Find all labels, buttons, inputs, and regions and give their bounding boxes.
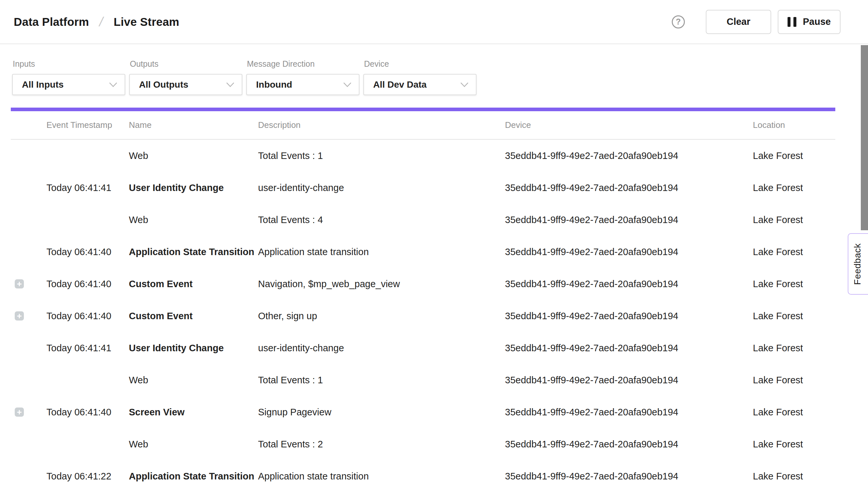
column-header-location: Location <box>753 120 835 130</box>
cell-location: Lake Forest <box>753 311 835 322</box>
filter-outputs: Outputs All Outputs <box>129 59 242 95</box>
device-dropdown-value: All Dev Data <box>373 80 427 90</box>
cell-device: 35eddb41-9ff9-49e2-7aed-20afa90eb194 <box>505 150 753 161</box>
expand-cell <box>11 439 46 449</box>
chevron-down-icon <box>460 82 469 87</box>
cell-name: Application State Transition <box>129 247 258 257</box>
expand-cell: + <box>11 407 46 417</box>
filter-inputs-label: Inputs <box>13 59 125 69</box>
table-row: Web Total Events : 1 35eddb41-9ff9-49e2-… <box>11 364 835 396</box>
outputs-dropdown-value: All Outputs <box>139 80 188 90</box>
expand-cell: + <box>11 279 46 288</box>
cell-description: Signup Pageview <box>258 407 505 418</box>
outputs-dropdown[interactable]: All Outputs <box>129 74 242 95</box>
breadcrumb-live-stream: Live Stream <box>114 16 179 28</box>
column-header-name: Name <box>129 120 258 130</box>
column-header-device: Device <box>505 120 753 130</box>
vertical-scrollbar-thumb[interactable] <box>861 45 868 230</box>
expand-cell: + <box>11 311 46 321</box>
cell-device: 35eddb41-9ff9-49e2-7aed-20afa90eb194 <box>505 471 753 482</box>
cell-name: User Identity Change <box>129 182 258 193</box>
cell-name: Web <box>129 439 258 450</box>
message-direction-dropdown[interactable]: Inbound <box>246 74 360 95</box>
cell-event-timestamp: Today 06:41:40 <box>46 279 129 290</box>
cell-description: user-identity-change <box>258 343 505 354</box>
cell-name: Web <box>129 375 258 386</box>
cell-event-timestamp: Today 06:41:41 <box>46 182 129 193</box>
chevron-down-icon <box>226 82 235 87</box>
cell-device: 35eddb41-9ff9-49e2-7aed-20afa90eb194 <box>505 407 753 418</box>
cell-event-timestamp: Today 06:41:40 <box>46 247 129 257</box>
filter-inputs: Inputs All Inputs <box>12 59 125 95</box>
filter-message-direction-label: Message Direction <box>247 59 360 69</box>
pause-button[interactable]: Pause <box>778 10 840 34</box>
expand-cell <box>11 472 46 481</box>
cell-name: Screen View <box>129 407 258 418</box>
cell-name: Custom Event <box>129 311 258 322</box>
table-row: Today 06:41:41 User Identity Change user… <box>11 172 835 204</box>
column-header-event-timestamp: Event Timestamp <box>46 120 129 130</box>
expand-plus-icon[interactable]: + <box>15 407 24 417</box>
cell-description: Total Events : 1 <box>258 375 505 386</box>
cell-name: Custom Event <box>129 279 258 290</box>
table-row: + Today 06:41:40 Screen View Signup Page… <box>11 396 835 428</box>
feedback-tab-label: Feedback <box>852 243 863 285</box>
chevron-down-icon <box>109 82 117 87</box>
cell-device: 35eddb41-9ff9-49e2-7aed-20afa90eb194 <box>505 215 753 225</box>
app-header: Data Platform / Live Stream ? Clear Paus… <box>0 0 868 44</box>
expand-cell <box>11 375 46 385</box>
cell-location: Lake Forest <box>753 247 835 257</box>
header-actions: ? Clear Pause <box>672 10 840 34</box>
help-icon[interactable]: ? <box>672 16 685 28</box>
expand-plus-icon[interactable]: + <box>15 279 24 288</box>
expand-plus-icon[interactable]: + <box>15 311 24 321</box>
filter-device: Device All Dev Data <box>363 59 476 95</box>
table-row: Today 06:41:40 Application State Transit… <box>11 236 835 268</box>
event-table-body: Web Total Events : 1 35eddb41-9ff9-49e2-… <box>11 140 835 486</box>
cell-location: Lake Forest <box>753 150 835 161</box>
cell-device: 35eddb41-9ff9-49e2-7aed-20afa90eb194 <box>505 343 753 354</box>
cell-event-timestamp: Today 06:41:40 <box>46 311 129 322</box>
cell-description: Total Events : 1 <box>258 150 505 161</box>
clear-button[interactable]: Clear <box>706 10 771 34</box>
breadcrumb-data-platform[interactable]: Data Platform <box>14 16 89 28</box>
cell-device: 35eddb41-9ff9-49e2-7aed-20afa90eb194 <box>505 182 753 193</box>
cell-description: Total Events : 2 <box>258 439 505 450</box>
device-dropdown[interactable]: All Dev Data <box>363 74 476 95</box>
cell-description: Total Events : 4 <box>258 215 505 225</box>
expand-cell <box>11 151 46 160</box>
cell-location: Lake Forest <box>753 279 835 290</box>
cell-device: 35eddb41-9ff9-49e2-7aed-20afa90eb194 <box>505 247 753 257</box>
filter-bar: Inputs All Inputs Outputs All Outputs Me… <box>0 44 868 95</box>
pause-button-label: Pause <box>803 17 831 27</box>
feedback-tab[interactable]: Feedback <box>848 233 868 295</box>
cell-name: Web <box>129 215 258 225</box>
cell-event-timestamp: Today 06:41:40 <box>46 407 129 418</box>
expand-cell <box>11 343 46 353</box>
live-stream-progress-bar <box>11 108 835 111</box>
cell-description: Other, sign up <box>258 311 505 322</box>
inputs-dropdown[interactable]: All Inputs <box>12 74 125 95</box>
filter-device-label: Device <box>364 59 476 69</box>
cell-location: Lake Forest <box>753 407 835 418</box>
cell-location: Lake Forest <box>753 471 835 482</box>
table-row: Today 06:41:22 Application State Transit… <box>11 460 835 486</box>
cell-description: Application state transition <box>258 471 505 482</box>
cell-event-timestamp: Today 06:41:41 <box>46 343 129 354</box>
cell-name: Web <box>129 150 258 161</box>
breadcrumb: Data Platform / Live Stream <box>14 14 179 29</box>
column-header-description: Description <box>258 120 505 130</box>
cell-location: Lake Forest <box>753 439 835 450</box>
table-row: Web Total Events : 1 35eddb41-9ff9-49e2-… <box>11 140 835 172</box>
inputs-dropdown-value: All Inputs <box>22 80 64 90</box>
event-table-header: Event Timestamp Name Description Device … <box>11 111 835 140</box>
clear-button-label: Clear <box>727 17 751 27</box>
cell-device: 35eddb41-9ff9-49e2-7aed-20afa90eb194 <box>505 311 753 322</box>
filter-outputs-label: Outputs <box>130 59 242 69</box>
table-row: Web Total Events : 4 35eddb41-9ff9-49e2-… <box>11 204 835 236</box>
cell-location: Lake Forest <box>753 343 835 354</box>
cell-location: Lake Forest <box>753 375 835 386</box>
cell-location: Lake Forest <box>753 182 835 193</box>
event-table: Event Timestamp Name Description Device … <box>11 111 835 486</box>
filter-message-direction: Message Direction Inbound <box>246 59 360 95</box>
